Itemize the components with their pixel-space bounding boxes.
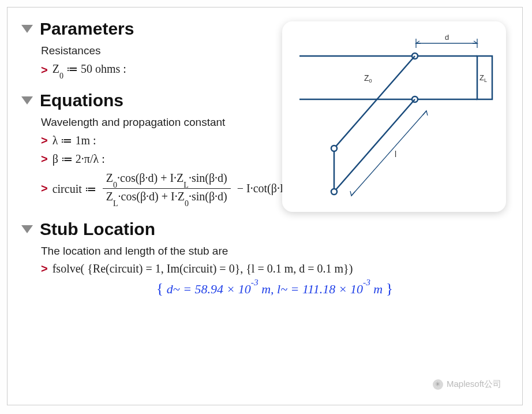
prompt-icon: > [41, 182, 48, 195]
watermark: ✳ Maplesoft公司 [433, 379, 501, 390]
result-text: d~ = 58.94 × 10-3 m, l~ = 111.18 × 10-3 … [167, 282, 383, 296]
svg-line-6 [334, 99, 415, 192]
transmission-line-svg: d l Z0 ZL [294, 33, 494, 200]
section-title: Parameters [40, 19, 134, 39]
fsolve-result: { d~ = 58.94 × 10-3 m, l~ = 111.18 × 10-… [41, 280, 508, 297]
prompt-icon: > [41, 152, 48, 166]
svg-line-13 [351, 111, 426, 196]
prompt-icon: > [41, 134, 48, 147]
disclosure-triangle-icon [21, 25, 33, 33]
prompt-icon: > [41, 64, 48, 77]
stub-desc: The location and length of the stub are [41, 245, 508, 258]
label-l: l [395, 150, 396, 159]
svg-point-8 [331, 146, 337, 151]
wechat-icon: ✳ [433, 379, 443, 390]
section-header-stub[interactable]: Stub Location [21, 219, 508, 239]
section-title: Equations [40, 91, 123, 110]
z0-expr: Z0 ≔ 50 ohms : [53, 62, 126, 78]
svg-point-9 [331, 189, 337, 195]
lambda-expr: λ ≔ 1m : [53, 133, 96, 147]
fsolve-call[interactable]: > fsolve( {Re(circuit) = 1, Im(circuit) … [41, 262, 508, 275]
denominator: ZL·cos(β·d) + I·Z0·sin(β·d) [103, 189, 231, 207]
svg-line-5 [334, 56, 415, 148]
section-stub-location: Stub Location The location and length of… [21, 219, 508, 297]
circuit-expr: circuit ≔ Z0·cos(β·d) + I·ZL·sin(β·d) ZL… [53, 170, 294, 207]
maple-worksheet: Parameters Resistances > Z0 ≔ 50 ohms : … [7, 7, 523, 405]
circuit-label: circuit ≔ [53, 182, 99, 196]
disclosure-triangle-icon [21, 225, 33, 233]
label-d: d [445, 33, 449, 42]
circuit-diagram: d l Z0 ZL [282, 21, 506, 212]
right-brace-icon: } [386, 280, 393, 297]
watermark-text: Maplesoft公司 [447, 379, 501, 390]
label-z0: Z0 [364, 73, 372, 84]
fraction: Z0·cos(β·d) + I·ZL·sin(β·d) ZL·cos(β·d) … [103, 170, 231, 207]
beta-expr: β ≔ 2·π/λ : [53, 152, 105, 166]
disclosure-triangle-icon [21, 96, 33, 105]
section-title: Stub Location [40, 219, 155, 239]
numerator: Z0·cos(β·d) + I·ZL·sin(β·d) [103, 170, 231, 188]
fsolve-expr: fsolve( {Re(circuit) = 1, Im(circuit) = … [53, 262, 353, 275]
left-brace-icon: { [156, 280, 163, 297]
prompt-icon: > [41, 262, 48, 275]
